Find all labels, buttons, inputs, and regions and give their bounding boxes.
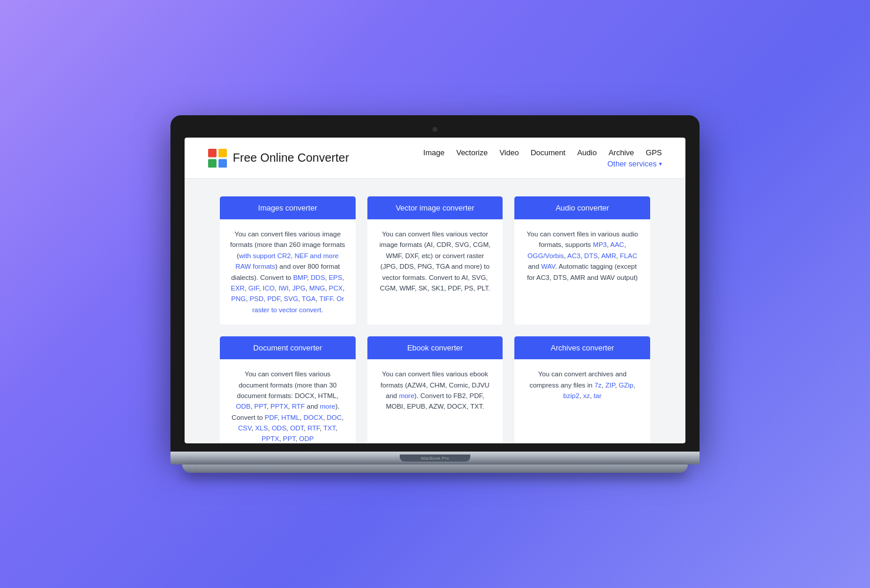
txt-link[interactable]: TXT <box>323 425 335 432</box>
eps-link[interactable]: EPS <box>329 274 342 281</box>
ods-link[interactable]: ODS <box>272 425 286 432</box>
nav-links: Image Vectorize Video Document Audio Arc… <box>423 148 662 157</box>
bmp-link[interactable]: BMP <box>293 274 307 281</box>
nav-vectorize[interactable]: Vectorize <box>456 148 487 157</box>
ogg-link[interactable]: OGG/Vorbis <box>527 252 564 259</box>
archives-converter-body: You can convert archives and compress an… <box>514 359 650 410</box>
vector-converter-card: Vector image converter You can convert f… <box>367 196 503 325</box>
document-converter-body: You can convert files various document f… <box>220 359 356 443</box>
laptop-frame: Free Online Converter Image Vectorize Vi… <box>170 115 700 473</box>
svg-rect-3 <box>219 159 227 167</box>
doc-link[interactable]: DOC <box>327 414 342 421</box>
pdf-link[interactable]: PDF <box>267 295 280 302</box>
audio-converter-body: You can convert files in various audio f… <box>514 219 650 292</box>
rtf-link[interactable]: RTF <box>292 403 304 410</box>
pptx-link[interactable]: PPTX <box>270 403 288 410</box>
nav-video[interactable]: Video <box>500 148 519 157</box>
wav-link[interactable]: WAV <box>541 263 556 270</box>
main-content: Images converter You can convert files v… <box>185 179 685 443</box>
aac-link[interactable]: AAC <box>610 241 624 248</box>
svg-rect-1 <box>219 149 227 157</box>
svg-link[interactable]: SVG <box>284 295 298 302</box>
ppt2-link[interactable]: PPT <box>283 435 295 442</box>
mp3-link[interactable]: MP3 <box>593 241 607 248</box>
pdf-doc-link[interactable]: PDF <box>265 414 277 421</box>
images-converter-body: You can convert files various image form… <box>220 219 356 325</box>
other-services-dropdown[interactable]: Other services ▾ <box>607 159 662 168</box>
logo-area: Free Online Converter <box>208 149 349 168</box>
cards-grid: Images converter You can convert files v… <box>220 196 650 443</box>
iwi-link[interactable]: IWI <box>279 285 289 292</box>
nav-archive[interactable]: Archive <box>608 148 634 157</box>
document-converter-button[interactable]: Document converter <box>220 336 356 359</box>
exr-link[interactable]: EXR <box>230 285 245 292</box>
psd-link[interactable]: PSD <box>250 295 264 302</box>
odb-link[interactable]: ODB <box>236 403 250 410</box>
laptop-notch-label: MacBook Pro <box>400 455 470 462</box>
raw-formats-link[interactable]: with support CR2, NEF and more RAW forma… <box>235 252 339 270</box>
tga-link[interactable]: TGA <box>302 295 316 302</box>
nav-document[interactable]: Document <box>531 148 566 157</box>
logo-icon <box>208 149 227 168</box>
nav-audio[interactable]: Audio <box>577 148 597 157</box>
tar-link[interactable]: tar <box>594 392 601 399</box>
jpg-link[interactable]: JPG <box>292 285 305 292</box>
logo-text: Free Online Converter <box>233 151 349 165</box>
more-doc-link[interactable]: more <box>320 403 335 410</box>
other-services-label: Other services <box>607 159 657 168</box>
dds-link[interactable]: DDS <box>311 274 325 281</box>
navigation: Free Online Converter Image Vectorize Vi… <box>185 138 685 179</box>
ebook-converter-card: Ebook converter You can convert files va… <box>367 336 503 443</box>
pptx2-link[interactable]: PPTX <box>262 435 279 442</box>
odp-link[interactable]: ODP <box>299 435 314 442</box>
xz-link[interactable]: xz <box>583 392 590 399</box>
laptop-camera <box>433 127 437 132</box>
chevron-down-icon: ▾ <box>659 161 662 167</box>
gzip-link[interactable]: GZip <box>619 382 634 389</box>
vector-converter-button[interactable]: Vector image converter <box>367 196 503 219</box>
png-link[interactable]: PNG <box>231 295 246 302</box>
ico-link[interactable]: ICO <box>263 285 275 292</box>
gif-link[interactable]: GIF <box>249 285 259 292</box>
audio-converter-card: Audio converter You can convert files in… <box>514 196 650 325</box>
vector-converter-body: You can convert files various vector ima… <box>367 219 503 303</box>
laptop-screen: Free Online Converter Image Vectorize Vi… <box>185 138 685 443</box>
document-converter-card: Document converter You can convert files… <box>220 336 356 443</box>
ac3-link[interactable]: AC3 <box>567 252 580 259</box>
svg-rect-2 <box>208 159 216 167</box>
docx-link[interactable]: DOCX <box>303 414 323 421</box>
amr-link[interactable]: AMR <box>601 252 617 259</box>
images-converter-button[interactable]: Images converter <box>220 196 356 219</box>
xls-link[interactable]: XLS <box>255 425 268 432</box>
archives-converter-button[interactable]: Archives converter <box>514 336 650 359</box>
nav-gps[interactable]: GPS <box>646 148 662 157</box>
7z-link[interactable]: 7z <box>594 382 601 389</box>
bzip2-link[interactable]: bzip2 <box>563 392 580 399</box>
svg-rect-0 <box>208 149 216 157</box>
nav-image[interactable]: Image <box>423 148 444 157</box>
images-converter-card: Images converter You can convert files v… <box>220 196 356 325</box>
audio-converter-button[interactable]: Audio converter <box>514 196 650 219</box>
zip-link[interactable]: ZIP <box>605 382 615 389</box>
flac-link[interactable]: FLAC <box>620 252 637 259</box>
html-link[interactable]: HTML <box>281 414 299 421</box>
rtf2-link[interactable]: RTF <box>307 425 320 432</box>
csv-link[interactable]: CSV <box>238 425 252 432</box>
ppt-link[interactable]: PPT <box>255 403 267 410</box>
pcx-link[interactable]: PCX <box>329 285 343 292</box>
mng-link[interactable]: MNG <box>309 285 325 292</box>
nav-right: Image Vectorize Video Document Audio Arc… <box>423 148 662 168</box>
laptop-bottom <box>182 465 688 473</box>
more-ebook-link[interactable]: more <box>399 392 414 399</box>
odt-link[interactable]: ODT <box>290 425 303 432</box>
ebook-converter-body: You can convert files various ebook form… <box>367 359 503 422</box>
ebook-converter-button[interactable]: Ebook converter <box>367 336 503 359</box>
dts-link[interactable]: DTS <box>584 252 598 259</box>
archives-converter-card: Archives converter You can convert archi… <box>514 336 650 443</box>
laptop-base: MacBook Pro <box>170 452 700 465</box>
screen-bezel: Free Online Converter Image Vectorize Vi… <box>170 115 700 452</box>
tiff-link[interactable]: TIFF <box>319 295 333 302</box>
